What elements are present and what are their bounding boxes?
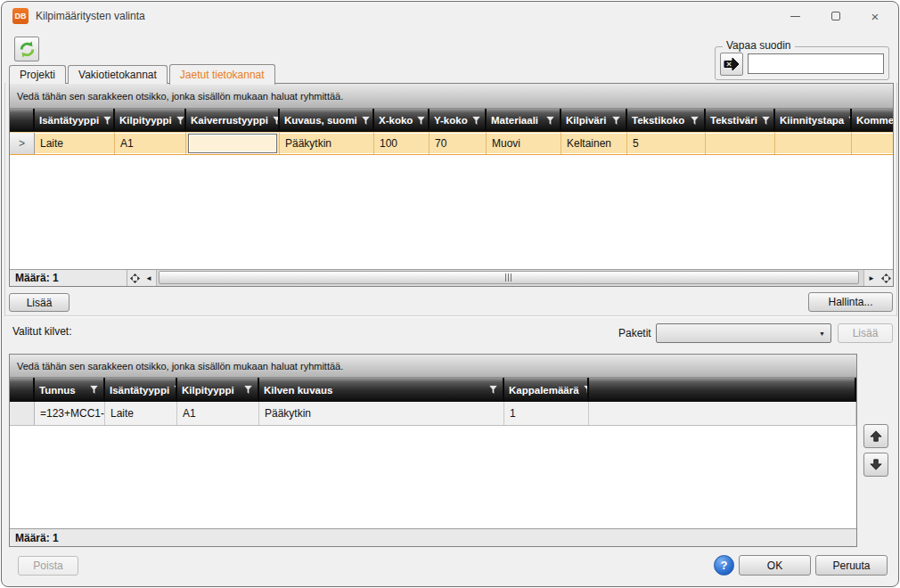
grid2-header-row: Tunnus Isäntätyyppi Kilpityyppi Kilven k… bbox=[10, 378, 856, 402]
clear-filter-icon: ✕ bbox=[724, 57, 740, 71]
cell-materiaali[interactable]: Muovi bbox=[487, 133, 561, 154]
cell-kilpityyppi[interactable]: A1 bbox=[115, 133, 186, 154]
help-button[interactable]: ? bbox=[714, 555, 734, 576]
cell-kilpityyppi[interactable]: A1 bbox=[177, 402, 259, 425]
row-selector[interactable]: > bbox=[10, 133, 35, 154]
cell-kilven-kuvaus[interactable]: Pääkytkin bbox=[259, 402, 504, 425]
packages-label: Paketit bbox=[618, 327, 651, 339]
column-header-tunnus[interactable]: Tunnus bbox=[35, 378, 105, 402]
cell-tekstikoko[interactable]: 5 bbox=[627, 133, 706, 154]
column-header-kilven-kuvaus[interactable]: Kilven kuvaus bbox=[259, 378, 504, 402]
cell-kommentti[interactable] bbox=[852, 133, 893, 154]
filter-icon[interactable] bbox=[545, 116, 555, 126]
cell-isantatyyppi[interactable]: Laite bbox=[105, 402, 177, 425]
filter-icon[interactable] bbox=[361, 116, 371, 126]
filter-icon[interactable] bbox=[611, 116, 621, 126]
column-header-isantatyyppi[interactable]: Isäntätyyppi bbox=[105, 378, 177, 402]
cell-editor-input[interactable] bbox=[188, 134, 277, 153]
cell-kaiverrustyyppi-editor[interactable] bbox=[186, 133, 280, 154]
arrow-down-icon bbox=[870, 458, 882, 471]
cancel-button[interactable]: Peruuta bbox=[815, 555, 888, 576]
grid1-header-row: Isäntätyyppi Kilpityyppi Kaiverrustyyppi… bbox=[10, 109, 893, 132]
ok-button[interactable]: OK bbox=[739, 555, 811, 576]
column-header-y-koko[interactable]: Y-koko bbox=[430, 109, 487, 132]
column-header-kaiverrustyyppi[interactable]: Kaiverrustyyppi bbox=[186, 109, 280, 132]
scroll-right-icon[interactable]: ► bbox=[864, 270, 879, 286]
close-button[interactable]: × bbox=[855, 3, 895, 29]
definitions-grid: Vedä tähän sen sarakkeen otsikko, jonka … bbox=[9, 83, 894, 287]
manage-button[interactable]: Hallinta... bbox=[808, 292, 893, 312]
column-header-kiinnitystapa[interactable]: Kiinnitystapa bbox=[775, 109, 852, 132]
refresh-button[interactable] bbox=[14, 37, 39, 61]
titlebar: DB Kilpimääritysten valinta × bbox=[2, 2, 898, 30]
filter-icon[interactable] bbox=[272, 116, 280, 126]
filter-icon[interactable] bbox=[416, 116, 426, 126]
filter-icon[interactable] bbox=[102, 116, 112, 126]
add-package-button[interactable]: Lisää bbox=[838, 323, 893, 343]
horizontal-scrollbar[interactable] bbox=[156, 270, 864, 286]
maximize-icon bbox=[831, 12, 840, 20]
four-way-arrow-icon[interactable] bbox=[879, 270, 893, 286]
cell-kappalemaara[interactable]: 1 bbox=[504, 402, 589, 425]
free-filter-group: Vapaa suodin ✕ bbox=[715, 46, 889, 80]
column-header-x-koko[interactable]: X-koko bbox=[374, 109, 430, 132]
row-count: Määrä: 1 bbox=[10, 270, 127, 286]
groupby-panel: Vedä tähän sen sarakkeen otsikko, jonka … bbox=[10, 84, 893, 109]
column-header-tekstivari[interactable]: Tekstiväri bbox=[706, 109, 775, 132]
cell-kuvaus-suomi[interactable]: Pääkytkin bbox=[280, 133, 374, 154]
scrollbar-thumb[interactable] bbox=[159, 271, 859, 284]
filter-icon[interactable] bbox=[583, 385, 589, 395]
clear-filter-button[interactable]: ✕ bbox=[720, 53, 743, 76]
minimize-button[interactable] bbox=[775, 3, 814, 29]
column-header-tekstikoko[interactable]: Tekstikoko bbox=[627, 109, 706, 132]
filter-icon[interactable] bbox=[176, 116, 185, 126]
four-way-arrow-icon[interactable] bbox=[127, 270, 142, 286]
maximize-button[interactable] bbox=[816, 3, 855, 29]
column-header-isantatyyppi[interactable]: Isäntätyyppi bbox=[35, 109, 115, 132]
cell-kiinnitystapa[interactable] bbox=[775, 133, 852, 154]
free-filter-input[interactable] bbox=[748, 53, 884, 74]
filter-icon[interactable] bbox=[471, 116, 481, 126]
grid-empty-area bbox=[10, 426, 856, 528]
header-filler-cell bbox=[589, 378, 856, 402]
filter-icon[interactable] bbox=[243, 385, 253, 395]
current-row-indicator-icon: > bbox=[19, 137, 25, 150]
remove-button[interactable]: Poista bbox=[18, 556, 78, 576]
cell-tunnus[interactable]: =123+MCC1-F10 bbox=[35, 402, 105, 425]
scroll-left-icon[interactable]: ◄ bbox=[142, 270, 156, 286]
column-header-kuvaus-suomi[interactable]: Kuvaus, suomi bbox=[280, 109, 374, 132]
table-row[interactable]: > Laite A1 Pääkytkin 100 70 Muovi Keltai… bbox=[10, 132, 893, 155]
column-header-kilpityyppi[interactable]: Kilpityyppi bbox=[177, 378, 259, 402]
filter-icon[interactable] bbox=[488, 385, 498, 395]
tab-projekti[interactable]: Projekti bbox=[9, 65, 66, 84]
selected-plates-label: Valitut kilvet: bbox=[12, 325, 71, 338]
column-header-kilpivari[interactable]: Kilpiväri bbox=[561, 109, 627, 132]
minimize-icon bbox=[790, 16, 800, 17]
table-row[interactable]: =123+MCC1-F10 Laite A1 Pääkytkin 1 bbox=[10, 402, 856, 426]
cell-x-koko[interactable]: 100 bbox=[374, 133, 430, 154]
groupby-panel: Vedä tähän sen sarakkeen otsikko, jonka … bbox=[10, 355, 856, 378]
filter-icon[interactable] bbox=[690, 116, 700, 126]
cell-kilpivari[interactable]: Keltainen bbox=[561, 133, 627, 154]
column-header-kappalemaara[interactable]: Kappalemäärä bbox=[504, 378, 589, 402]
tab-vakiotietokannat[interactable]: Vakiotietokannat bbox=[68, 65, 168, 84]
tab-jaetut-tietokannat[interactable]: Jaetut tietokannat bbox=[169, 64, 275, 85]
filter-icon[interactable] bbox=[761, 116, 771, 126]
row-selector[interactable] bbox=[10, 402, 35, 425]
move-down-button[interactable] bbox=[863, 453, 888, 477]
selected-plates-grid: Vedä tähän sen sarakkeen otsikko, jonka … bbox=[9, 354, 857, 547]
grid2-statusbar: Määrä: 1 bbox=[10, 528, 856, 546]
filter-icon[interactable] bbox=[89, 385, 99, 395]
scrollbar-grip bbox=[505, 274, 512, 282]
column-header-kommentti[interactable]: Kommentti bbox=[852, 109, 893, 132]
grid-empty-area bbox=[10, 155, 893, 269]
cell-y-koko[interactable]: 70 bbox=[430, 133, 487, 154]
row-count: Määrä: 1 bbox=[10, 529, 856, 546]
packages-dropdown[interactable]: ▼ bbox=[656, 323, 831, 343]
cell-isantatyyppi[interactable]: Laite bbox=[35, 133, 115, 154]
move-up-button[interactable] bbox=[863, 424, 888, 448]
add-button[interactable]: Lisää bbox=[9, 293, 70, 312]
column-header-materiaali[interactable]: Materiaali bbox=[487, 109, 561, 132]
cell-tekstivari[interactable] bbox=[706, 133, 775, 154]
column-header-kilpityyppi[interactable]: Kilpityyppi bbox=[115, 109, 186, 132]
